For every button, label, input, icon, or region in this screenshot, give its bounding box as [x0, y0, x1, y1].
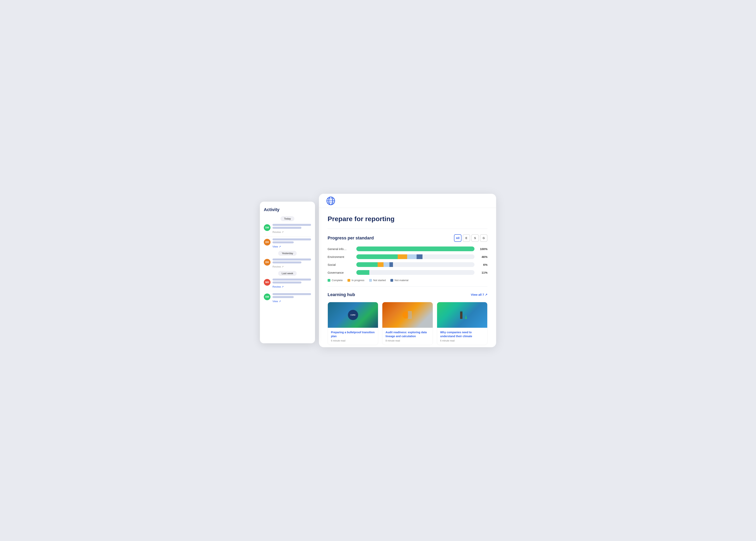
fill-in-progress	[378, 262, 384, 267]
card-image-3	[437, 302, 487, 328]
card-img-factory	[382, 302, 433, 328]
avatar-sw-1: SW	[264, 224, 271, 231]
progress-pct: 46%	[478, 255, 487, 259]
progress-row-social: Social 6%	[328, 262, 487, 267]
card-body-2: Audit readiness: exploring data lineage …	[382, 328, 433, 345]
legend-dot-complete	[328, 279, 330, 282]
fill-complete	[356, 255, 398, 259]
progress-pct: 6%	[478, 263, 487, 267]
legend-item-not-started: Not started	[369, 279, 386, 282]
learning-hub-title: Learning hub	[328, 292, 355, 297]
activity-item: DH View ↗	[264, 239, 311, 248]
learning-hub-section: Learning hub View all 7 ↗ CSRD	[328, 286, 487, 345]
progress-track	[356, 247, 474, 251]
csrd-badge: CSRD	[348, 310, 358, 320]
progress-label: Governance	[328, 271, 353, 274]
progress-pct: 11%	[478, 271, 487, 274]
legend-label-in-progress: In progress	[352, 279, 364, 282]
legend-item-not-material: Not material	[390, 279, 408, 282]
content-area: Prepare for reporting Progress per stand…	[319, 208, 496, 347]
card-body-1: Preparing a bulletproof transition plan …	[328, 328, 378, 345]
legend-label-not-material: Not material	[395, 279, 408, 282]
globe-icon	[326, 196, 335, 206]
line-bar	[272, 239, 311, 241]
legend-dot-in-progress	[347, 279, 350, 282]
card-1[interactable]: CSRD Preparing a bulletproof transition …	[328, 302, 378, 345]
divider	[264, 291, 311, 291]
card-image-2	[382, 302, 433, 328]
progress-label: Environment	[328, 255, 353, 259]
activity-panel: Activity Today SW Review ↗ DH View ↗ Yes…	[260, 202, 315, 343]
activity-lines: View ↗	[272, 239, 311, 248]
progress-rows: General info… 100% Environment 46%	[328, 247, 487, 275]
card-title-3: Why companies need to understand their c…	[440, 330, 484, 338]
today-badge: Today	[264, 216, 311, 221]
legend-dot-not-material	[390, 279, 393, 282]
avatar-sw-2: SW	[264, 293, 271, 300]
activity-lines: Review ↗	[272, 259, 311, 268]
activity-lines: Review ↗	[272, 278, 311, 288]
scene: Activity Today SW Review ↗ DH View ↗ Yes…	[260, 194, 496, 347]
filter-btn-all[interactable]: All	[454, 234, 461, 242]
progress-label: General info…	[328, 247, 353, 251]
card-2[interactable]: Audit readiness: exploring data lineage …	[382, 302, 433, 345]
card-img-climate	[437, 302, 487, 328]
fill-not-material	[417, 255, 422, 259]
legend-item-complete: Complete	[328, 279, 343, 282]
cards-row: CSRD Preparing a bulletproof transition …	[328, 302, 487, 345]
activity-link-review-2[interactable]: Review ↗	[272, 265, 311, 268]
svg-rect-6	[408, 311, 412, 319]
legend-label-complete: Complete	[332, 279, 343, 282]
progress-track	[356, 270, 474, 275]
progress-section-title: Progress per standard	[328, 236, 374, 241]
filter-btn-g[interactable]: G	[480, 234, 487, 242]
fill-not-started	[407, 255, 417, 259]
activity-item: SW View ↗	[264, 293, 311, 303]
activity-link-review-1[interactable]: Review ↗	[272, 231, 311, 234]
fill-not-started	[384, 262, 389, 267]
activity-item: DH Review ↗	[264, 259, 311, 268]
svg-marker-9	[465, 315, 467, 319]
fill-not-material	[389, 262, 393, 267]
avatar-mh: MH	[264, 279, 271, 285]
card-img-ocean: CSRD	[328, 302, 378, 328]
activity-lines: Review ↗	[272, 224, 311, 234]
progress-label: Social	[328, 263, 353, 267]
line-bar	[272, 262, 301, 264]
top-bar	[319, 194, 496, 208]
activity-title: Activity	[264, 207, 311, 212]
filter-btn-e[interactable]: E	[463, 234, 470, 242]
legend: Complete In progress Not started Not mat…	[328, 279, 487, 282]
section-divider	[328, 229, 487, 229]
yesterday-badge: Yesterday	[264, 251, 311, 256]
lastweek-badge: Last week	[264, 271, 311, 276]
card-meta-1: 6 minute read	[331, 339, 375, 342]
card-meta-3: 6 minute read	[440, 339, 484, 342]
progress-row-environment: Environment 46%	[328, 255, 487, 259]
line-bar	[272, 242, 294, 244]
main-panel: Prepare for reporting Progress per stand…	[319, 194, 496, 347]
card-title-1: Preparing a bulletproof transition plan	[331, 330, 375, 338]
learning-hub-header: Learning hub View all 7 ↗	[328, 292, 487, 297]
progress-track	[356, 255, 474, 259]
line-bar	[272, 259, 311, 261]
activity-link-review-3[interactable]: Review ↗	[272, 285, 311, 288]
filter-btn-s[interactable]: S	[471, 234, 479, 242]
line-bar	[272, 281, 301, 283]
activity-link-view-2[interactable]: View ↗	[272, 300, 311, 303]
progress-track	[356, 262, 474, 267]
filter-buttons: All E S G	[454, 234, 487, 242]
card-meta-2: 8 minute read	[385, 339, 429, 342]
activity-link-view-1[interactable]: View ↗	[272, 245, 311, 248]
avatar-dh-1: DH	[264, 239, 271, 246]
svg-rect-8	[460, 311, 462, 313]
line-bar	[272, 278, 311, 280]
factory-icon	[402, 309, 413, 321]
activity-item: MH Review ↗	[264, 278, 311, 288]
card-3[interactable]: Why companies need to understand their c…	[437, 302, 487, 345]
card-title-2: Audit readiness: exploring data lineage …	[385, 330, 429, 338]
legend-dot-not-started	[369, 279, 372, 282]
fill-complete	[356, 247, 474, 251]
fill-complete	[356, 270, 369, 275]
view-all-link[interactable]: View all 7 ↗	[471, 293, 487, 296]
